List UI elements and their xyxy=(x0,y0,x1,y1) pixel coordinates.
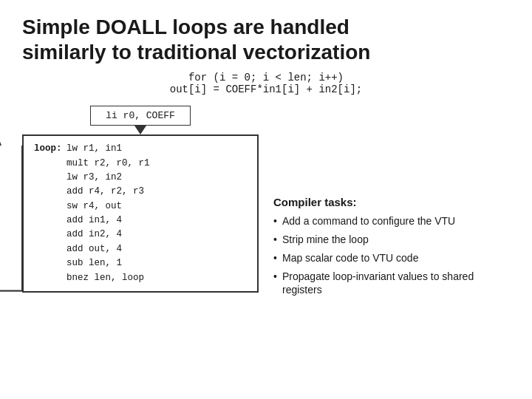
loop-code-label xyxy=(34,185,66,199)
loop-code-instruction: add r4, r2, r3 xyxy=(66,185,144,199)
left-panel: li r0, COEFF loop:lw r1, in1mult r2, r0,… xyxy=(22,106,259,384)
loop-code-instruction: add in1, 4 xyxy=(66,214,122,228)
loop-code-box: loop:lw r1, in1mult r2, r0, r1lw r3, in2… xyxy=(22,134,259,293)
slide: Simple DOALL loops are handled similarly… xyxy=(0,0,532,399)
loop-code-line: bnez len, loop xyxy=(34,271,250,285)
loop-code-instruction: mult r2, r0, r1 xyxy=(66,157,150,171)
loop-code-label xyxy=(34,157,66,171)
compiler-task-item: Propagate loop-invariant values to share… xyxy=(273,270,510,298)
loop-code-label xyxy=(34,200,66,214)
compiler-task-item: Add a command to configure the VTU xyxy=(273,214,510,228)
loop-code-instruction: add out, 4 xyxy=(66,242,122,256)
compiler-task-item: Map scalar code to VTU code xyxy=(273,251,510,265)
loop-code-label xyxy=(34,228,66,242)
loop-back-arrow-icon xyxy=(0,134,24,293)
loop-code-line: add out, 4 xyxy=(34,242,250,256)
loop-code-line: lw r3, in2 xyxy=(34,171,250,185)
loop-code-line: add in1, 4 xyxy=(34,214,250,228)
arrow-down-icon xyxy=(134,126,146,134)
right-panel: Compiler tasks: Add a command to configu… xyxy=(273,106,510,384)
compiler-tasks-list: Add a command to configure the VTUStrip … xyxy=(273,214,510,301)
code-header: for (i = 0; i < len; i++) out[i] = COEFF… xyxy=(22,72,510,95)
loop-wrapper: loop:lw r1, in1mult r2, r0, r1lw r3, in2… xyxy=(22,134,259,293)
loop-code-label: loop: xyxy=(34,142,66,156)
loop-code-label xyxy=(34,242,66,256)
loop-code-label xyxy=(34,256,66,270)
slide-title: Simple DOALL loops are handled similarly… xyxy=(22,15,510,64)
compiler-tasks-title: Compiler tasks: xyxy=(273,196,510,208)
main-content: li r0, COEFF loop:lw r1, in1mult r2, r0,… xyxy=(22,106,510,384)
loop-code-label xyxy=(34,171,66,185)
loop-code-label xyxy=(34,214,66,228)
loop-code-line: sw r4, out xyxy=(34,200,250,214)
loop-code-instruction: sw r4, out xyxy=(66,200,122,214)
loop-code-line: add in2, 4 xyxy=(34,228,250,242)
loop-code-line: loop:lw r1, in1 xyxy=(34,142,250,156)
loop-code-instruction: sub len, 1 xyxy=(66,256,122,270)
init-instruction-box: li r0, COEFF xyxy=(90,106,191,126)
loop-code-instruction: lw r1, in1 xyxy=(66,142,122,156)
loop-code-instruction: bnez len, loop xyxy=(66,271,144,285)
loop-code-instruction: add in2, 4 xyxy=(66,228,122,242)
loop-code-line: mult r2, r0, r1 xyxy=(34,157,250,171)
loop-code-line: sub len, 1 xyxy=(34,256,250,270)
svg-marker-3 xyxy=(0,137,1,146)
loop-code-label xyxy=(34,271,66,285)
loop-code-line: add r4, r2, r3 xyxy=(34,185,250,199)
compiler-task-item: Strip mine the loop xyxy=(273,233,510,247)
loop-code-instruction: lw r3, in2 xyxy=(66,171,122,185)
